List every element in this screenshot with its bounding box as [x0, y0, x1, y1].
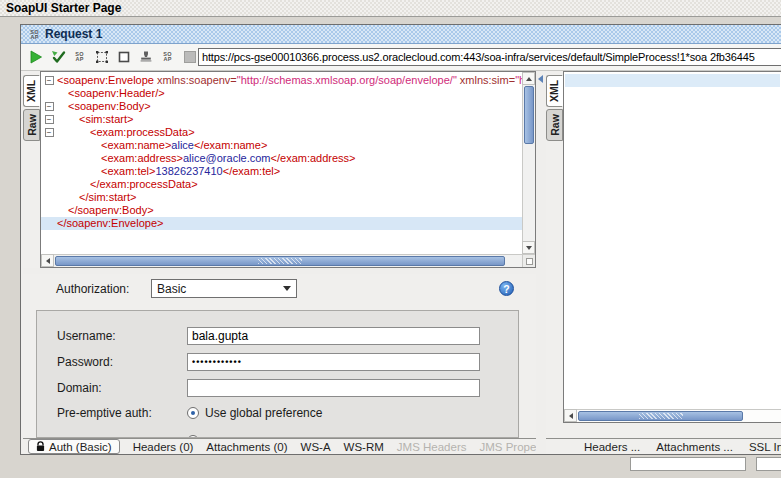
request-window-titlebar[interactable]: SOAP Request 1: [21, 25, 781, 44]
password-label: Password:: [57, 355, 187, 369]
request-response-splitter[interactable]: [536, 71, 546, 454]
use-global-preference-radio[interactable]: [187, 407, 199, 419]
tab-jms-headers[interactable]: JMS Headers: [397, 441, 467, 453]
starter-page-titlebar: SoapUI Starter Page: [0, 0, 781, 17]
scrollbar-corner: [522, 254, 535, 267]
auth-panel: Authorization: Basic ? Username: Passwor…: [23, 274, 536, 438]
request-window: SOAP Request 1 SOAP: [20, 24, 781, 455]
domain-row: Domain:: [57, 379, 480, 397]
tab-attachments[interactable]: Attachments ...: [656, 441, 733, 453]
status-field: [630, 457, 746, 471]
authorization-label: Authorization:: [56, 282, 129, 296]
tab-auth-basic[interactable]: Auth (Basic): [28, 439, 120, 454]
app-title: SoapUI Starter Page: [6, 1, 121, 15]
add-to-testcase-icon[interactable]: [137, 49, 154, 66]
xml-line[interactable]: <exam:name>alice</exam:name>: [41, 139, 522, 152]
preemptive-auth-label: Pre-emptive auth:: [57, 406, 187, 420]
response-xml-editor[interactable]: [563, 71, 781, 423]
collapse-left-icon[interactable]: [538, 75, 543, 83]
response-horizontal-scrollbar[interactable]: [564, 409, 781, 422]
request-toolbar: SOAP SOAP: [21, 44, 781, 71]
password-row: Password:: [57, 353, 480, 371]
response-caret-line: [565, 74, 780, 87]
scroll-left-icon[interactable]: [564, 409, 577, 422]
password-input[interactable]: [187, 353, 480, 371]
xml-line[interactable]: </soapenv:Envelope>: [41, 217, 522, 230]
xml-line[interactable]: −<exam:processData>: [41, 126, 522, 139]
xml-line[interactable]: −<soapenv:Envelope xmlns:soapenv="http:/…: [41, 74, 522, 87]
basic-auth-form: Username: Password: Domain: Pre-emptive …: [36, 310, 519, 438]
xml-line[interactable]: <soapenv:Header/>: [41, 87, 522, 100]
scrollbar-thumb[interactable]: [524, 86, 534, 144]
use-global-preference-label: Use global preference: [205, 406, 322, 420]
xml-line-list: −<soapenv:Envelope xmlns:soapenv="http:/…: [41, 72, 522, 254]
tab-headers[interactable]: Headers ...: [584, 441, 640, 453]
response-tab-raw[interactable]: Raw: [546, 109, 563, 141]
response-tab-xml[interactable]: XML: [546, 75, 563, 107]
collapse-handle-icon[interactable]: −: [45, 115, 54, 124]
xml-vertical-scrollbar[interactable]: [522, 72, 535, 254]
xml-line[interactable]: <exam:tel>13826237410</exam:tel>: [41, 165, 522, 178]
xml-line[interactable]: <exam:address>alice@oracle.com</exam:add…: [41, 152, 522, 165]
username-input[interactable]: [187, 327, 480, 345]
scroll-up-icon[interactable]: [522, 72, 535, 85]
scroll-down-icon[interactable]: [522, 241, 535, 254]
submit-endpoint-icon[interactable]: [49, 49, 66, 66]
disabled-square-icon: [181, 49, 198, 66]
preemptive-auth-row: Pre-emptive auth: Use global preference: [57, 404, 322, 422]
scroll-left-icon[interactable]: [41, 254, 54, 267]
xml-line[interactable]: −<soapenv:Body>: [41, 100, 522, 113]
soap-headers-icon[interactable]: SOAP: [159, 49, 176, 66]
response-tabs-row: Headers ...Attachments ...SSL In...WSS..…: [546, 438, 781, 454]
username-label: Username:: [57, 329, 187, 343]
xml-line[interactable]: −<sim:start>: [41, 113, 522, 126]
help-icon[interactable]: ?: [499, 281, 514, 296]
recreate-request-icon[interactable]: [93, 49, 110, 66]
xml-line[interactable]: </exam:processData>: [41, 178, 522, 191]
scrollbar-thumb[interactable]: [578, 411, 743, 421]
xml-line[interactable]: </soapenv:Body>: [41, 204, 522, 217]
tab-ws-rm[interactable]: WS-RM: [344, 441, 384, 453]
submit-request-icon[interactable]: [27, 49, 44, 66]
window-title: Request 1: [45, 27, 102, 41]
lock-icon: [36, 441, 45, 452]
soap-action-icon[interactable]: SOAP: [71, 49, 88, 66]
domain-label: Domain:: [57, 381, 187, 395]
username-row: Username:: [57, 327, 480, 345]
status-field: [756, 457, 781, 471]
collapse-handle-icon[interactable]: −: [45, 102, 54, 111]
endpoint-url-input[interactable]: [198, 48, 781, 66]
request-tab-raw[interactable]: Raw: [23, 109, 40, 141]
tab-ssl-in[interactable]: SSL In...: [749, 441, 781, 453]
request-xml-editor[interactable]: −<soapenv:Envelope xmlns:soapenv="http:/…: [40, 71, 536, 268]
soap-request-icon: SOAP: [28, 28, 41, 41]
scrollbar-thumb[interactable]: [55, 256, 505, 266]
xml-line[interactable]: </sim:start>: [41, 191, 522, 204]
collapse-handle-icon[interactable]: −: [45, 76, 54, 85]
request-tabs-row: Auth (Basic)Headers (0)Attachments (0)WS…: [23, 438, 536, 454]
cancel-request-icon[interactable]: [115, 49, 132, 66]
request-tab-xml[interactable]: XML: [23, 75, 40, 107]
chevron-down-icon: [283, 286, 291, 291]
authorization-dropdown[interactable]: Basic: [151, 279, 297, 298]
tab-attachments-0[interactable]: Attachments (0): [206, 441, 287, 453]
tab-ws-a[interactable]: WS-A: [301, 441, 331, 453]
collapse-handle-icon[interactable]: −: [45, 128, 54, 137]
tab-headers-0[interactable]: Headers (0): [133, 441, 194, 453]
xml-horizontal-scrollbar[interactable]: [41, 254, 522, 267]
authorization-value: Basic: [157, 282, 186, 296]
domain-input[interactable]: [187, 379, 480, 397]
